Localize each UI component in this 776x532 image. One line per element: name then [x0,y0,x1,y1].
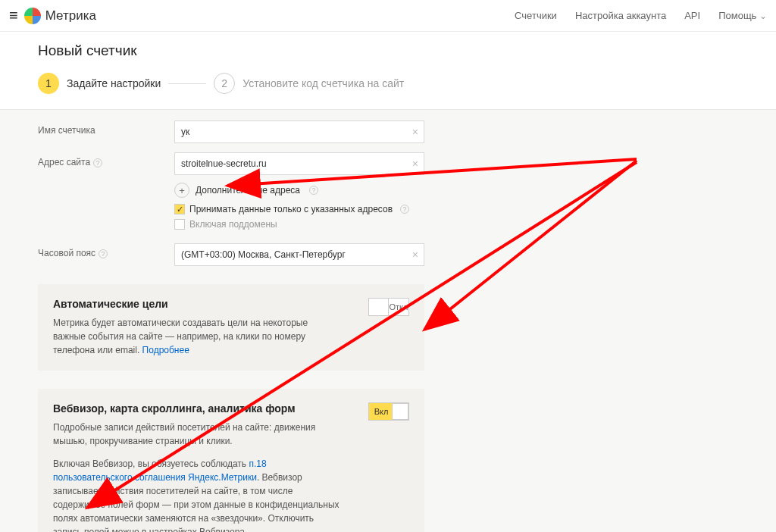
auto-goals-card: Автоматические цели Метрика будет автома… [38,284,424,371]
accept-only-checkbox[interactable] [174,204,185,214]
webvisor-text2: Включая Вебвизор, вы обязуетесь соблюдат… [53,457,341,532]
nav-account[interactable]: Настройка аккаунта [575,10,666,21]
plus-icon[interactable]: + [174,183,189,198]
auto-goals-toggle[interactable]: Откл [368,298,409,316]
clear-icon[interactable]: × [412,249,418,261]
auto-goals-text: Метрика будет автоматически создавать це… [53,316,341,357]
label-counter-name: Имя счетчика [38,120,174,136]
auto-goals-link[interactable]: Подробнее [142,345,189,355]
site-address-input[interactable] [174,152,424,175]
counter-name-input[interactable] [174,120,424,143]
label-site-address: Адрес сайта [38,157,90,167]
timezone-select[interactable] [174,243,424,266]
chevron-down-icon: ⌄ [759,11,767,21]
header-section: Новый счетчик 1 Задайте настройки 2 Уста… [0,32,776,110]
step-1-label: Задайте настройки [67,77,161,89]
brand-name: Метрика [45,8,96,23]
auto-goals-title: Автоматические цели [53,298,353,310]
additional-addresses-label: Дополнительные адреса [196,185,300,196]
help-icon[interactable]: ? [400,205,409,214]
clear-icon[interactable]: × [412,126,418,138]
step-2-number: 2 [214,73,235,94]
add-address-row[interactable]: + Дополнительные адреса ? [174,183,424,198]
topbar: ≡ Метрика Счетчики Настройка аккаунта AP… [0,0,776,32]
nav-help[interactable]: Помощь ⌄ [718,10,767,21]
hamburger-icon[interactable]: ≡ [9,7,18,24]
help-icon[interactable]: ? [93,158,102,167]
page-title: Новый счетчик [38,42,738,59]
logo-icon [24,8,41,24]
accept-only-label: Принимать данные только с указанных адре… [189,204,393,214]
webvisor-card: Вебвизор, карта скроллинга, аналитика фо… [38,389,424,532]
nav-counters[interactable]: Счетчики [515,10,557,21]
nav-api[interactable]: API [684,10,700,21]
step-2[interactable]: 2 Установите код счетчика на сайт [214,73,404,94]
step-1[interactable]: 1 Задайте настройки [38,73,161,94]
help-icon[interactable]: ? [309,186,318,195]
include-subdomains-label: Включая поддомены [189,219,277,230]
form-area: Имя счетчика × Адрес сайта? × + Дополнит… [0,110,776,532]
webvisor-title: Вебвизор, карта скроллинга, аналитика фо… [53,402,353,415]
webvisor-toggle[interactable]: Вкл [368,402,409,421]
webvisor-text1: Подробные записи действий посетителей на… [53,421,341,448]
stepper: 1 Задайте настройки 2 Установите код сче… [38,73,738,94]
top-nav: Счетчики Настройка аккаунта API Помощь ⌄ [515,10,767,21]
step-1-number: 1 [38,73,59,94]
step-divider [168,83,206,84]
step-2-label: Установите код счетчика на сайт [242,77,404,89]
help-icon[interactable]: ? [99,249,108,258]
clear-icon[interactable]: × [412,158,418,170]
include-subdomains-checkbox[interactable] [174,219,185,230]
label-timezone: Часовой пояс [38,248,95,258]
